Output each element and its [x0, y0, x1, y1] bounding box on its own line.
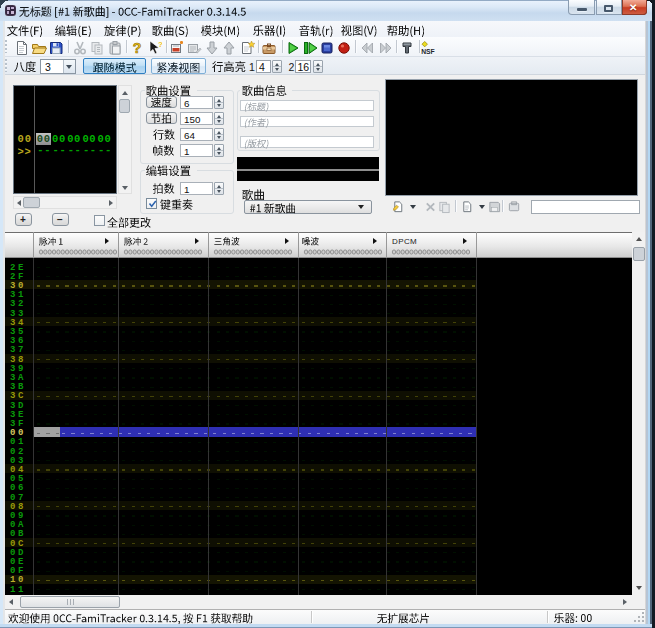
svg-text:NSF: NSF	[421, 48, 435, 55]
svg-text:?: ?	[132, 40, 141, 56]
svg-text:?: ?	[158, 40, 162, 49]
